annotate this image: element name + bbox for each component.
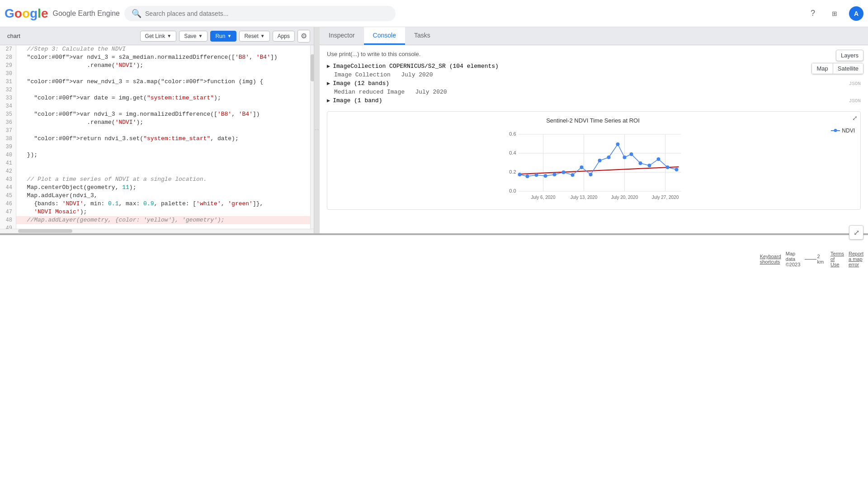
line-number: 41 bbox=[0, 159, 16, 167]
line-content: Map.addLayer(ndvi_3, bbox=[16, 192, 98, 200]
avatar[interactable]: A bbox=[849, 6, 863, 21]
help-icon[interactable]: ? bbox=[806, 6, 820, 21]
reset-button[interactable]: Reset ▼ bbox=[239, 31, 269, 42]
code-line-46: 46 {bands: 'NDVI', min: 0.1, max: 0.9, p… bbox=[0, 200, 310, 208]
upper-section: chart Get Link ▼ Save ▼ Run ▼ Reset ▼ bbox=[0, 27, 868, 235]
line-number: 44 bbox=[0, 184, 16, 192]
code-line-40: 40 }); bbox=[0, 151, 310, 159]
logo-text: Google Earth Engine bbox=[52, 9, 120, 18]
code-line-31: 31 "color:#00f">var new_ndvi_3 = s2a.map… bbox=[0, 78, 310, 86]
main: chart Get Link ▼ Save ▼ Run ▼ Reset ▼ bbox=[0, 27, 868, 477]
code-editor[interactable]: 27 //Step 3: Calculate the NDVI28 "color… bbox=[0, 45, 310, 229]
code-editor-with-scroll: 27 //Step 3: Calculate the NDVI28 "color… bbox=[0, 45, 314, 229]
line-content: "color:#00f">var ndvi_3 = s2a_median.nor… bbox=[16, 53, 278, 61]
line-number: 28 bbox=[0, 53, 16, 61]
tab-tasks-label: Tasks bbox=[414, 32, 430, 39]
line-content bbox=[16, 127, 20, 135]
svg-point-26 bbox=[598, 159, 602, 162]
run-dropdown-icon: ▼ bbox=[227, 33, 231, 38]
scale-indicator: 2 km bbox=[805, 254, 826, 264]
code-horizontal-scrollbar[interactable] bbox=[0, 229, 314, 233]
fullscreen-button[interactable]: ⤢ bbox=[849, 225, 863, 240]
account-switcher-icon[interactable]: ⊞ bbox=[827, 6, 842, 21]
code-line-47: 47 'NDVI Mosaic'); bbox=[0, 208, 310, 216]
line-number: 31 bbox=[0, 78, 16, 86]
legend-line-icon bbox=[831, 130, 840, 131]
svg-text:0.2: 0.2 bbox=[509, 169, 516, 175]
line-number: 30 bbox=[0, 70, 16, 78]
line-content: Map.centerObject(geometry, 11); bbox=[16, 184, 136, 192]
line-number: 42 bbox=[0, 167, 16, 175]
keyboard-shortcuts-link[interactable]: Keyboard shortcuts bbox=[760, 254, 781, 264]
get-link-button[interactable]: Get Link ▼ bbox=[140, 31, 177, 42]
save-button[interactable]: Save ▼ bbox=[179, 31, 208, 42]
map-view-button[interactable]: Map bbox=[812, 63, 833, 74]
code-line-49: 49 bbox=[0, 224, 310, 229]
tab-console[interactable]: Console bbox=[364, 27, 405, 45]
tab-inspector[interactable]: Inspector bbox=[320, 27, 364, 45]
apps-button[interactable]: Apps bbox=[273, 31, 295, 42]
code-line-33: 33 "color:#00f">var date = img.get("syst… bbox=[0, 94, 310, 102]
google-logo-g: Google bbox=[5, 6, 48, 21]
terms-of-use-link[interactable]: Terms of Use bbox=[830, 251, 844, 267]
line-content bbox=[16, 102, 20, 110]
run-button[interactable]: Run ▼ bbox=[210, 31, 236, 42]
right-panel: Inspector Console Tasks Use print(...) t… bbox=[320, 27, 868, 233]
search-bar[interactable]: 🔍 bbox=[124, 6, 396, 21]
svg-point-33 bbox=[657, 157, 660, 161]
satellite-view-button[interactable]: Satellite bbox=[833, 63, 863, 74]
tab-console-label: Console bbox=[373, 32, 396, 39]
line-content bbox=[16, 70, 20, 78]
line-number: 49 bbox=[0, 224, 16, 229]
report-error-link[interactable]: Report a map error bbox=[849, 251, 863, 267]
line-number: 38 bbox=[0, 135, 16, 143]
svg-point-35 bbox=[675, 168, 679, 171]
line-number: 48 bbox=[0, 216, 16, 224]
line-number: 39 bbox=[0, 143, 16, 151]
code-scrollbar[interactable] bbox=[310, 45, 314, 229]
get-link-dropdown-icon: ▼ bbox=[167, 33, 171, 38]
line-number: 37 bbox=[0, 127, 16, 135]
line-number: 36 bbox=[0, 118, 16, 127]
console-item-1[interactable]: ▶ Image (12 bands) JSON bbox=[320, 78, 868, 89]
reset-label: Reset bbox=[244, 33, 258, 39]
tab-inspector-label: Inspector bbox=[329, 32, 355, 39]
search-input[interactable] bbox=[145, 10, 388, 17]
chart-expand-icon[interactable]: ⤢ bbox=[852, 114, 858, 122]
console-item-1-json[interactable]: JSON bbox=[849, 81, 861, 86]
code-line-48: 48 //Map.addLayer(geometry, {color: 'yel… bbox=[0, 216, 310, 224]
header-icons: ? ⊞ A bbox=[806, 6, 863, 21]
svg-line-16 bbox=[520, 167, 679, 174]
save-label: Save bbox=[184, 33, 196, 39]
code-line-38: 38 "color:#00f">return ndvi_3.set("syste… bbox=[0, 135, 310, 143]
script-name: chart bbox=[4, 33, 24, 39]
svg-text:0.6: 0.6 bbox=[509, 131, 516, 137]
code-line-39: 39 bbox=[0, 143, 310, 151]
map-footer: Keyboard shortcuts Map data ©2023 2 km T… bbox=[760, 251, 863, 267]
svg-point-34 bbox=[666, 165, 670, 169]
line-number: 27 bbox=[0, 45, 16, 53]
panel-tabs: Inspector Console Tasks bbox=[320, 27, 868, 45]
svg-point-23 bbox=[571, 173, 575, 177]
line-number: 46 bbox=[0, 200, 16, 208]
console-item-2-json[interactable]: JSON bbox=[849, 98, 861, 104]
console-item-0[interactable]: ▶ ImageCollection COPERNICUS/S2_SR (104 … bbox=[320, 61, 868, 71]
code-line-34: 34 bbox=[0, 102, 310, 110]
settings-gear-button[interactable]: ⚙ bbox=[297, 30, 310, 43]
svg-point-30 bbox=[630, 152, 633, 156]
line-content: }); bbox=[16, 151, 38, 159]
console-item-2[interactable]: ▶ Image (1 band) JSON bbox=[320, 95, 868, 106]
layers-button[interactable]: Layers bbox=[836, 50, 863, 61]
code-line-29: 29 .rename('NDVI'); bbox=[0, 61, 310, 70]
svg-point-31 bbox=[639, 161, 642, 165]
line-number: 45 bbox=[0, 192, 16, 200]
header: Google Google Earth Engine 🔍 ? ⊞ A bbox=[0, 0, 868, 27]
line-content: "color:#00f">var date = img.get("system:… bbox=[16, 94, 221, 102]
code-line-42: 42 bbox=[0, 167, 310, 175]
line-content bbox=[16, 143, 20, 151]
code-toolbar: chart Get Link ▼ Save ▼ Run ▼ Reset ▼ bbox=[0, 27, 314, 45]
panel-resize-handle[interactable]: ⋮ bbox=[314, 27, 320, 233]
code-line-41: 41 bbox=[0, 159, 310, 167]
line-content bbox=[16, 159, 20, 167]
tab-tasks[interactable]: Tasks bbox=[405, 27, 439, 45]
